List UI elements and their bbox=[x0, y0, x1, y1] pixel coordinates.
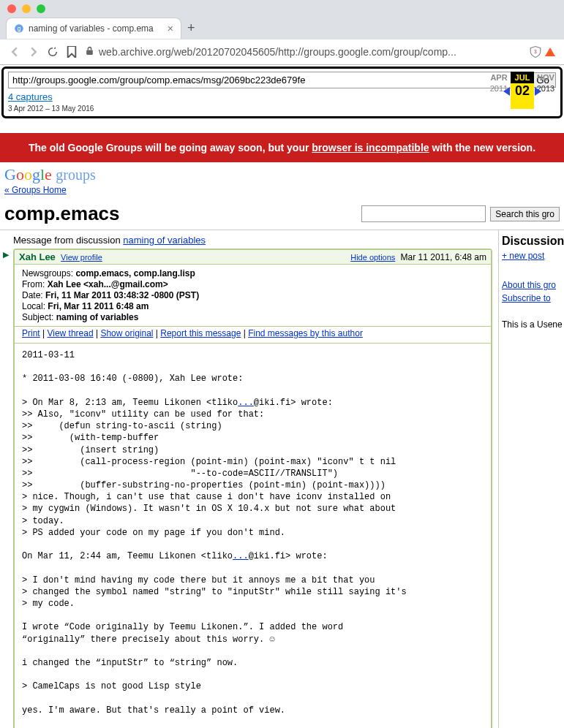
window-controls bbox=[0, 0, 564, 18]
forward-button[interactable] bbox=[28, 46, 40, 58]
new-post-link[interactable]: + new post bbox=[502, 251, 544, 261]
post-action-links: Print | View thread | Show original | Re… bbox=[15, 327, 491, 344]
new-tab-button[interactable]: + bbox=[181, 18, 201, 39]
tab-bar: g naming of variables - comp.ema × + bbox=[0, 18, 564, 39]
month-jul[interactable]: JUL 02 2012 bbox=[511, 72, 534, 109]
browser-tab[interactable]: g naming of variables - comp.ema × bbox=[6, 18, 181, 39]
tab-close-icon[interactable]: × bbox=[168, 23, 173, 34]
google-groups-logo[interactable]: Google groups bbox=[4, 165, 560, 184]
browser-chrome: g naming of variables - comp.ema × + web… bbox=[0, 0, 564, 65]
find-messages-link[interactable]: Find messages by this author bbox=[248, 328, 363, 338]
report-link[interactable]: Report this message bbox=[160, 328, 241, 338]
wayback-toolbar: Go 4 captures 3 Apr 2012 – 13 May 2016 A… bbox=[1, 67, 563, 118]
groups-header: Google groups « Groups Home bbox=[0, 162, 564, 198]
lock-icon bbox=[85, 46, 94, 58]
group-search-input[interactable] bbox=[361, 205, 486, 222]
hide-options-link[interactable]: Hide options bbox=[350, 253, 395, 262]
svg-text:g: g bbox=[18, 26, 21, 32]
window-minimize-button[interactable] bbox=[22, 4, 31, 13]
svg-text:3: 3 bbox=[534, 49, 537, 54]
group-title-row: comp.emacs Search this gro bbox=[0, 198, 564, 230]
view-thread-link[interactable]: View thread bbox=[47, 328, 93, 338]
extensions: 3 bbox=[529, 45, 555, 58]
sidebar: Discussion + new post About this gro Sub… bbox=[498, 230, 564, 728]
post: Xah Lee View profile Hide options Mar 11… bbox=[13, 249, 492, 728]
ublock-icon[interactable]: 3 bbox=[529, 45, 542, 58]
google-groups-favicon-icon: g bbox=[14, 23, 24, 34]
wayback-url-input[interactable] bbox=[8, 72, 525, 88]
post-author: Xah Lee bbox=[19, 251, 56, 262]
url-text: web.archive.org/web/20120702045605/http:… bbox=[99, 46, 456, 58]
groups-home-link[interactable]: « Groups Home bbox=[4, 185, 67, 195]
tab-title: naming of variables - comp.ema bbox=[29, 23, 163, 34]
address-bar[interactable]: web.archive.org/web/20120702045605/http:… bbox=[85, 46, 522, 58]
post-header: Xah Lee View profile Hide options Mar 11… bbox=[15, 250, 491, 265]
bookmark-icon[interactable] bbox=[66, 46, 78, 58]
incompatible-banner: The old Google Groups will be going away… bbox=[0, 133, 564, 162]
post-body: 2011-03-11 * 2011-03-08 16:40 (-0800), X… bbox=[15, 344, 491, 728]
back-button[interactable] bbox=[9, 46, 20, 58]
browser-incompatible-link[interactable]: browser is incompatible bbox=[312, 142, 429, 153]
post-meta: Newsgroups: comp.emacs, comp.lang.lisp F… bbox=[15, 265, 491, 327]
about-group-link[interactable]: About this gro bbox=[502, 280, 556, 290]
show-original-link[interactable]: Show original bbox=[100, 328, 153, 338]
thread-link[interactable]: naming of variables bbox=[123, 235, 206, 246]
next-snapshot-icon[interactable] bbox=[535, 87, 541, 96]
view-profile-link[interactable]: View profile bbox=[61, 253, 102, 262]
email-ellipsis-link[interactable]: ... bbox=[238, 398, 254, 408]
message-from-line: Message from discussion naming of variab… bbox=[13, 235, 498, 246]
captures-link[interactable]: 4 captures bbox=[8, 91, 53, 102]
wayback-calendar: APR 2011 JUL 02 2012 NOV 2013 bbox=[487, 72, 557, 109]
print-link[interactable]: Print bbox=[22, 328, 40, 338]
toolbar: web.archive.org/web/20120702045605/http:… bbox=[0, 39, 564, 64]
prev-snapshot-icon[interactable] bbox=[503, 87, 510, 96]
expand-arrow-icon[interactable]: ▶ bbox=[3, 250, 9, 259]
group-search-button[interactable]: Search this gro bbox=[490, 207, 560, 221]
usenet-note: This is a Usene bbox=[502, 319, 561, 330]
sidebar-heading: Discussion bbox=[502, 235, 561, 248]
main-column: Message from discussion naming of variab… bbox=[0, 230, 498, 728]
group-title: comp.emacs bbox=[4, 202, 120, 225]
post-date: Mar 11 2011, 6:48 am bbox=[401, 252, 486, 262]
subscribe-link[interactable]: Subscribe to bbox=[502, 293, 551, 303]
svg-rect-2 bbox=[86, 50, 93, 55]
captures-range: 3 Apr 2012 – 13 May 2016 bbox=[8, 105, 94, 113]
window-close-button[interactable] bbox=[7, 4, 16, 13]
email-ellipsis-link[interactable]: ... bbox=[233, 551, 249, 561]
brave-icon[interactable] bbox=[545, 48, 555, 56]
reload-button[interactable] bbox=[47, 46, 59, 58]
window-maximize-button[interactable] bbox=[37, 4, 45, 13]
